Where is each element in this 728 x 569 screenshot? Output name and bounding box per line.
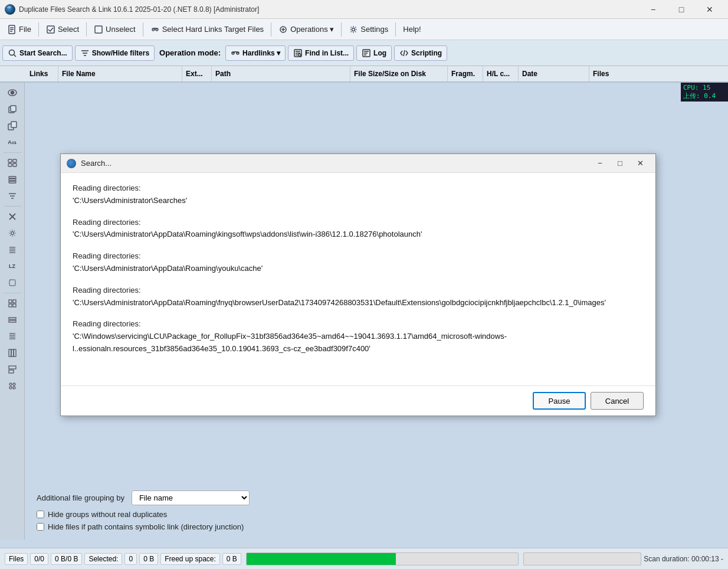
- menu-hard-links[interactable]: Select Hard Links Target Files: [146, 22, 268, 37]
- progress-bar-fill: [247, 553, 396, 565]
- sidebar-gear-icon[interactable]: [2, 225, 22, 241]
- menu-separator-1: [38, 22, 39, 37]
- menu-settings[interactable]: Settings: [344, 22, 393, 37]
- sidebar-copy2-icon[interactable]: [2, 118, 22, 133]
- svg-rect-54: [13, 300, 16, 303]
- dialog-controls: − □ ✕: [591, 156, 650, 171]
- menu-file[interactable]: File: [2, 22, 36, 37]
- reading-label-4: Reading directories:: [73, 318, 644, 331]
- svg-rect-38: [13, 163, 17, 166]
- menu-unselect[interactable]: Unselect: [89, 22, 140, 37]
- menu-help[interactable]: Help!: [398, 22, 425, 36]
- show-hide-filters-button[interactable]: Show/Hide filters: [75, 45, 155, 61]
- sidebar-bar5-icon[interactable]: [2, 378, 22, 394]
- reading-block-3: Reading directories: 'C:\Users\Administr…: [73, 284, 644, 309]
- dialog-app-icon: [67, 159, 76, 168]
- sidebar-filter-icon[interactable]: [2, 188, 22, 204]
- svg-rect-67: [9, 370, 14, 373]
- col-fragm[interactable]: Fragm.: [448, 66, 483, 81]
- col-filename[interactable]: File Name: [58, 66, 182, 81]
- svg-rect-4: [47, 26, 54, 33]
- svg-rect-53: [9, 300, 12, 303]
- menu-operations[interactable]: Operations ▾: [274, 22, 339, 37]
- close-button[interactable]: ✕: [696, 0, 723, 19]
- window-title: Duplicate Files Search & Link 10.6.1 202…: [19, 5, 640, 14]
- dialog-content: Reading directories: 'C:\Users\Administr…: [61, 173, 655, 385]
- dialog-close-button[interactable]: ✕: [631, 156, 650, 171]
- reading-label-2: Reading directories:: [73, 250, 644, 263]
- reading-path-1: 'C:\Users\Administrator\AppData\Roaming\…: [73, 228, 644, 241]
- hardlinks-button[interactable]: Hardlinks ▾: [225, 45, 286, 61]
- scan-duration: Scan duration: 00:00:13 -: [644, 555, 723, 563]
- reading-path-0: 'C:\Users\Administrator\Searches': [73, 195, 644, 207]
- col-path[interactable]: Path: [212, 66, 350, 81]
- menu-separator-5: [341, 22, 342, 37]
- window-controls: − □ ✕: [640, 0, 723, 19]
- pause-button[interactable]: Pause: [533, 392, 586, 410]
- find-in-list-button[interactable]: Find in List...: [288, 45, 354, 61]
- sidebar-bar2-icon[interactable]: [2, 329, 22, 344]
- sidebar-bracket-icon[interactable]: [2, 275, 22, 290]
- svg-rect-58: [9, 321, 16, 322]
- sidebar-cross-icon[interactable]: [2, 209, 22, 224]
- col-links[interactable]: Links: [26, 66, 58, 81]
- sidebar-lz-icon[interactable]: LZ: [2, 259, 22, 274]
- reading-block-1: Reading directories: 'C:\Users\Administr…: [73, 217, 644, 241]
- files-label: Files: [5, 553, 28, 565]
- menu-bar: File Select Unselect Select Hard Links T…: [0, 19, 728, 40]
- hide-symlink-checkbox[interactable]: [37, 523, 44, 531]
- reading-block-0: Reading directories: 'C:\Users\Administr…: [73, 182, 644, 207]
- svg-point-69: [13, 383, 15, 385]
- scripting-icon: [399, 48, 409, 58]
- sidebar-copy-icon[interactable]: [2, 102, 22, 117]
- title-bar: Duplicate Files Search & Link 10.6.1 202…: [0, 0, 728, 19]
- grouping-select[interactable]: File nameFile sizeFile extensionDateNone: [132, 490, 250, 505]
- grouping-label: Additional file grouping by: [37, 493, 124, 502]
- menu-separator-2: [86, 22, 87, 37]
- col-files[interactable]: Files: [589, 66, 625, 81]
- maximize-button[interactable]: □: [668, 0, 695, 19]
- sidebar-group-icon[interactable]: [2, 155, 22, 171]
- col-hlc[interactable]: H/L c...: [483, 66, 519, 81]
- scripting-button[interactable]: Scripting: [394, 45, 447, 61]
- sidebar-list-icon[interactable]: [2, 242, 22, 257]
- svg-rect-39: [9, 176, 16, 178]
- selected-size: 0 B: [139, 553, 158, 565]
- sidebar-eye-icon[interactable]: [2, 85, 22, 100]
- svg-point-71: [13, 387, 15, 389]
- col-date[interactable]: Date: [519, 66, 589, 81]
- col-ext[interactable]: Ext...: [182, 66, 212, 81]
- hide-symlink-label: Hide files if path contains symbolic lin…: [48, 522, 244, 531]
- menu-separator-3: [143, 22, 143, 37]
- hardlink-icon: [150, 25, 160, 34]
- reading-block-2: Reading directories: 'C:\Users\Administr…: [73, 250, 644, 275]
- search-icon: [8, 48, 17, 58]
- svg-rect-57: [9, 318, 16, 319]
- log-button[interactable]: Log: [356, 45, 392, 61]
- cancel-button[interactable]: Cancel: [591, 392, 644, 410]
- reading-path-4: 'C:\Windows\servicing\LCU\Package_for_Ro…: [73, 331, 644, 355]
- hide-no-dupes-checkbox[interactable]: [37, 511, 44, 518]
- sidebar: A₀₁: [0, 83, 25, 539]
- progress-bar-container: [246, 552, 519, 565]
- log-icon: [362, 48, 371, 58]
- svg-rect-55: [9, 304, 12, 307]
- dialog-maximize-button[interactable]: □: [611, 156, 629, 171]
- dialog-minimize-button[interactable]: −: [591, 156, 609, 171]
- sidebar-bar1-icon[interactable]: [2, 312, 22, 328]
- col-filesize[interactable]: File Size/Size on Disk: [350, 66, 448, 81]
- selected-count: 0: [124, 553, 137, 565]
- sidebar-grid1-icon[interactable]: [2, 296, 22, 311]
- sidebar-bar4-icon[interactable]: [2, 362, 22, 377]
- reading-label-1: Reading directories:: [73, 217, 644, 229]
- filter-icon: [80, 48, 90, 58]
- menu-select[interactable]: Select: [41, 22, 84, 37]
- start-search-button[interactable]: Start Search...: [2, 45, 73, 61]
- progress-bar-secondary: [523, 552, 641, 565]
- minimize-button[interactable]: −: [640, 0, 667, 19]
- svg-rect-65: [14, 349, 16, 357]
- sidebar-ungroup-icon[interactable]: [2, 172, 22, 187]
- sidebar-abc-icon[interactable]: A₀₁: [2, 135, 22, 150]
- sidebar-bar3-icon[interactable]: [2, 345, 22, 361]
- ops-icon: [278, 25, 288, 34]
